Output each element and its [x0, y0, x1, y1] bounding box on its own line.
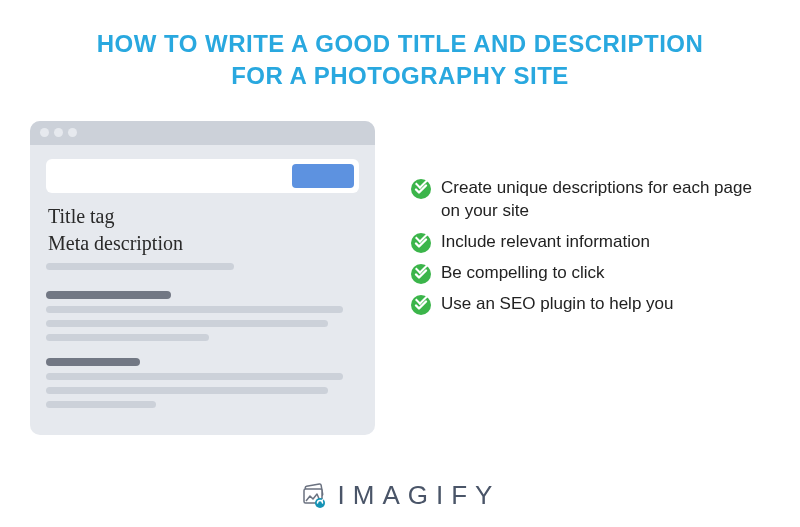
- content-row: Title tag Meta description Create unique…: [0, 121, 800, 435]
- tip-item: Create unique descriptions for each page…: [411, 177, 770, 223]
- window-dot: [54, 128, 63, 137]
- check-icon: [411, 295, 431, 315]
- imagify-logo-icon: [300, 483, 330, 509]
- tip-item: Use an SEO plugin to help you: [411, 293, 770, 316]
- skeleton-line: [46, 263, 234, 270]
- skeleton-line: [46, 334, 209, 341]
- skeleton-line: [46, 387, 328, 394]
- skeleton-heading: [46, 358, 140, 366]
- window-dot: [40, 128, 49, 137]
- window-dot: [68, 128, 77, 137]
- search-button: [292, 164, 354, 188]
- skeleton-line: [46, 306, 343, 313]
- skeleton-heading: [46, 291, 171, 299]
- browser-chrome: [30, 121, 375, 145]
- footer: IMAGIFY: [0, 480, 800, 511]
- skeleton-line: [46, 373, 343, 380]
- meta-description-label: Meta description: [48, 232, 357, 255]
- tip-text: Be compelling to click: [441, 262, 604, 285]
- skeleton-line: [46, 320, 328, 327]
- tip-item: Be compelling to click: [411, 262, 770, 285]
- tip-text: Create unique descriptions for each page…: [441, 177, 770, 223]
- tip-item: Include relevant information: [411, 231, 770, 254]
- search-bar: [46, 159, 359, 193]
- skeleton-line: [46, 401, 156, 408]
- tip-text: Use an SEO plugin to help you: [441, 293, 673, 316]
- page-title: HOW TO WRITE A GOOD TITLE AND DESCRIPTIO…: [0, 0, 800, 93]
- browser-mockup: Title tag Meta description: [30, 121, 375, 435]
- check-icon: [411, 233, 431, 253]
- title-tag-label: Title tag: [48, 205, 357, 228]
- brand-text: IMAGIFY: [338, 480, 501, 511]
- check-icon: [411, 264, 431, 284]
- check-icon: [411, 179, 431, 199]
- tips-list: Create unique descriptions for each page…: [375, 121, 770, 435]
- tip-text: Include relevant information: [441, 231, 650, 254]
